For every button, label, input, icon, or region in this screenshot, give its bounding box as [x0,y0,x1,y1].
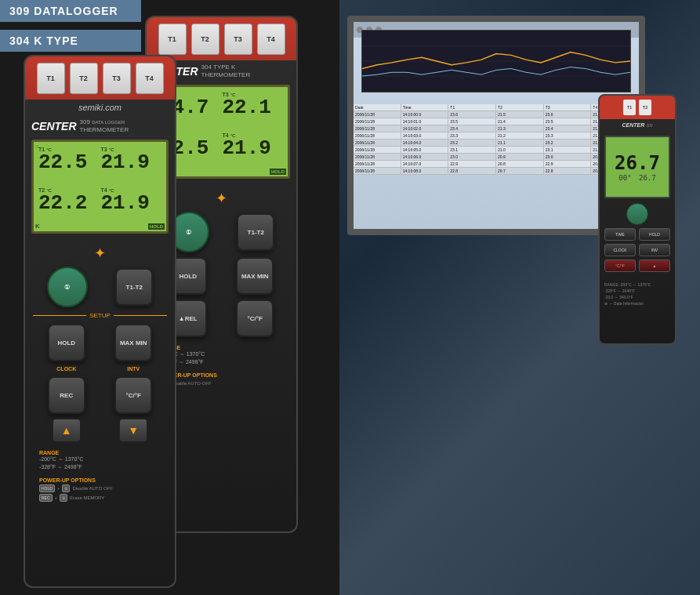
device-309-buttons: ✦ ① T1-T2 SETUP HOLD MAX MIN CLOCK INTV … [25,237,175,511]
device-309: T1 T2 T3 T4 semiki.com CENTER 309 DATA L… [24,55,176,588]
small-device-brand: CENTER 309 [600,119,675,131]
sd-inv-btn[interactable]: INV [639,244,670,256]
table-header: Date Time T1 T2 T3 T4 [354,104,639,111]
arrow-down-btn[interactable]: ▼ [119,419,147,442]
table-row: 2006/11/2814:10:05.023.121.023.121.0 [354,147,639,154]
device-309-display: ○ T1 °C 22.5 T3 °C 21.9 T2 °C [31,140,169,234]
device-304-t3-cell: T3 °C 22.1 [223,92,284,131]
data-table: Date Time T1 T2 T3 T4 2006/11/2814:10:00… [354,104,639,229]
device-309-tab-t2[interactable]: T2 [70,63,98,94]
device-304-po-text1: Disable AUTO OFF [171,381,212,386]
device-304-t1t2-btn[interactable]: T1-T2 [237,213,274,251]
setup-bar: SETUP [33,312,167,319]
device-309-maxmin-btn[interactable]: MAX MIN [114,324,152,361]
device-304-tab-t4[interactable]: T4 [257,24,285,55]
device-304-top: T1 T2 T3 T4 [147,17,296,60]
device-309-t4-cell: T4 °C 21.9 [101,187,162,227]
device-304-tab-t1[interactable]: T1 [158,24,187,55]
device-309-lcd-inner: T1 °C 22.5 T3 °C 21.9 T2 °C 22.2 [38,147,161,227]
device-309-t1-cell: T1 °C 22.5 [38,147,100,186]
device-309-power-options: POWER-UP OPTIONS HOLD + ① Disable AUTO O… [33,474,167,506]
col-t3: T3 [544,104,592,111]
device-309-po-badge-hold: HOLD [39,484,55,492]
col-t2: T2 [496,104,544,111]
device-309-t2-value: 22.2 [38,193,87,213]
arrow-btn-row: ▲ ▼ [33,419,167,442]
device-304-f-range: -328°F ～ 2498°F [161,358,282,366]
device-309-brand: CENTER 309 DATA LOGGER THERMOMETER [25,115,175,136]
device-309-hold-badge: HOLD [148,223,165,230]
product-label-304: 304 K TYPE [0,30,141,52]
small-device-display: 26.7 00° 26.7 [604,136,670,198]
device-309-celsius-range: -200°C ～ 1370°C [39,455,161,463]
small-display-main-value: 26.7 [615,152,660,174]
device-309-k-badge: K [35,223,40,230]
device-309-t4-value: 21.9 [101,193,150,213]
device-309-t1-value: 22.5 [38,152,87,172]
device-309-po-plus2: + [55,495,58,500]
setup-label: SETUP [89,312,111,319]
device-304-lcd-inner: T1 °C 24.7 T3 °C 22.1 T2 °C 22.5 T4 °C 2… [160,92,283,172]
temperature-graph [362,31,630,92]
device-309-t1t2-btn[interactable]: T1-T2 [115,268,153,306]
table-row: 2006/11/2814:10:06.023.020.923.020.9 [354,154,639,161]
hold-intv-labels: CLOCK INTV [33,366,167,372]
device-309-t3-cell: T3 °C 21.9 [101,147,162,186]
device-309-t3-value: 21.9 [101,152,150,172]
small-display-sub: 00° 26.7 [618,174,655,182]
device-309-range-title: RANGE [39,450,161,455]
device-309-po-text1: Disable AUTO OFF [72,486,113,491]
sd-clock-btn[interactable]: CLOCK [604,244,636,256]
table-row: 2006/11/2814:10:00.023.621.523.621.5 [354,111,639,118]
device-309-hold-btn[interactable]: HOLD [48,324,85,361]
device-304-t4-value: 21.9 [223,138,271,158]
small-device-btn-row1: TIME HOLD [604,228,670,241]
device-309-f-range: -328°F ～ 2498°F [39,463,161,471]
sd-time-btn[interactable]: TIME [604,228,636,241]
small-device-power-btn[interactable] [626,203,648,225]
small-tab-t1: T1 [623,100,636,115]
device-304-tab-t2[interactable]: T2 [191,24,219,55]
device-304-maxmin-btn[interactable]: MAX MIN [236,257,274,295]
small-device-btn-row2: CLOCK INV [604,244,670,256]
clock-label: CLOCK [46,366,87,372]
small-device-btn-row3: °C/°F ▲ [604,259,670,272]
table-row: 2006/11/2814:10:04.023.221.123.221.1 [354,140,639,147]
small-device-range: RANGE -200°C ～ 1375°C -328°F ～ 2048°F -2… [600,275,675,310]
device-309-top: T1 T2 T3 T4 [25,56,175,100]
device-304-cf-btn[interactable]: °C/°F [236,299,274,337]
arrow-up-btn[interactable]: ▲ [53,419,81,442]
sd-cf-btn[interactable]: °C/°F [604,259,636,272]
sd-hold-btn[interactable]: HOLD [639,228,670,241]
device-309-btn-row1: ① T1-T2 [33,267,167,307]
col-time: Time [401,104,449,111]
device-304-tab-t3[interactable]: T3 [224,24,252,55]
device-304-t4-cell: T4 °C 21.9 [223,132,284,172]
device-309-power-btn[interactable]: ① [47,267,88,307]
background-photo: Date Time T1 T2 T3 T4 2006/11/2814:10:00… [339,0,700,595]
device-309-rec-btn[interactable]: REC [48,376,85,414]
device-304-po-title: POWER-UP OPTIONS [161,372,282,378]
setup-line-left [33,315,86,316]
small-device-top: T1 T2 [600,96,675,119]
device-309-po-badge-power2: ① [60,494,67,502]
sd-arrow-btn[interactable]: ▲ [639,259,670,272]
device-309-tab-t4[interactable]: T4 [136,63,164,94]
intv-label: INTV [113,366,154,372]
device-309-po-badge-power: ① [62,484,70,492]
small-device-right: T1 T2 CENTER 309 26.7 00° 26.7 TIME HOLD… [598,94,676,345]
device-304-hold-badge: HOLD [270,169,286,175]
device-304-celsius-range: -200°C ～ 1370°C [161,350,282,358]
table-row: 2006/11/2814:10:03.023.321.223.321.2 [354,132,639,140]
device-309-po-item2: REC + ① Erase MEMORY [39,494,161,502]
device-304-model-info: 304 TYPE K THERMOMETER [201,63,251,78]
device-304-po-item1: ① Disable AUTO OFF [161,379,282,387]
device-309-cf-btn[interactable]: °C/°F [114,376,152,414]
device-309-po-item1: HOLD + ① Disable AUTO OFF [39,484,161,492]
col-date: Date [354,104,401,111]
table-row: 2006/11/2814:10:01.023.521.423.521.4 [354,118,639,125]
device-309-po-title: POWER-UP OPTIONS [39,477,161,483]
device-309-tab-t3[interactable]: T3 [103,63,131,94]
device-309-po-text2: Erase MEMORY [70,495,104,500]
device-309-tab-t1[interactable]: T1 [37,63,65,94]
